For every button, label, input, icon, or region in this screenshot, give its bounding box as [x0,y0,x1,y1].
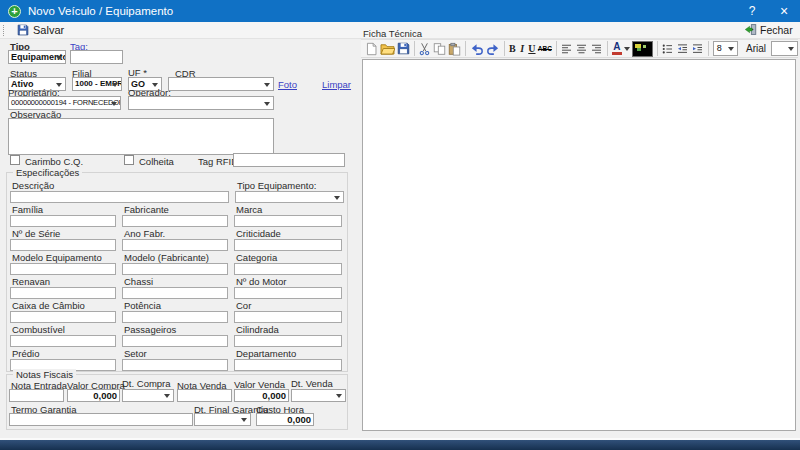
cdr-select[interactable] [168,77,274,91]
cor-input[interactable] [234,311,342,323]
chassi-input[interactable] [122,287,228,299]
window-title: Novo Veículo / Equipamento [28,5,173,17]
paste-button[interactable] [448,41,461,57]
redo-button[interactable] [486,41,500,57]
operador-select[interactable] [128,96,274,110]
numero-serie-input[interactable] [10,239,116,251]
copy-button[interactable] [433,41,446,57]
editor-save-button[interactable] [397,41,410,57]
marca-label: Marca [234,204,342,215]
predio-label: Prédio [10,348,116,359]
strikethrough-icon: ABC [538,45,552,52]
open-button[interactable] [380,41,395,57]
ano-fabr-input[interactable] [122,239,228,251]
fabricante-input[interactable] [122,215,228,227]
carimbo-label: Carimbo C.Q. [25,156,83,167]
valor-venda-input[interactable]: 0,000 [234,389,289,402]
dropdown-arrow-icon [336,394,342,398]
caixa-cambio-label: Caixa de Câmbio [10,300,116,311]
potencia-input[interactable] [122,311,228,323]
limpar-link[interactable]: Limpar [322,79,351,90]
fechar-button[interactable]: Fechar [744,23,793,36]
tipo-select[interactable]: Equipamento [8,50,66,64]
underline-button[interactable]: U [528,41,536,57]
custo-hora-input[interactable]: 0,000 [256,413,314,426]
descricao-input[interactable] [10,191,229,203]
passageiros-input[interactable] [122,335,228,347]
valor-compra-input[interactable]: 0,000 [67,389,120,402]
cilindrada-input[interactable] [234,335,342,347]
strikethrough-button[interactable]: ABC [538,41,552,57]
notas-fiscais-group: Notas Fiscais Nota Entrada Valor Compra … [6,374,348,430]
save-label: Salvar [33,24,64,36]
highlight-button[interactable] [632,41,653,57]
indent-button[interactable] [691,41,704,57]
save-icon [397,42,410,55]
new-document-button[interactable] [365,41,378,57]
criticidade-label: Criticidade [234,228,342,239]
dropdown-arrow-icon [111,102,117,106]
observacao-textarea[interactable] [8,118,274,155]
toolbar-grip [3,25,6,36]
font-name-select[interactable] [771,41,798,56]
departamento-input[interactable] [234,359,342,371]
align-left-button[interactable] [560,41,573,57]
tipo-equipamento-label: Tipo Equipamento: [235,180,344,191]
tag-input[interactable] [70,50,123,64]
departamento-label: Departamento [234,348,342,359]
font-name-label: Arial [746,43,766,54]
combustivel-input[interactable] [10,335,116,347]
especificacoes-group: Especificações Descrição Tipo Equipament… [6,172,348,372]
bullet-list-button[interactable] [661,41,674,57]
align-right-button[interactable] [590,41,603,57]
close-button[interactable]: × [768,0,800,22]
foto-link[interactable]: Foto [278,79,297,90]
chassi-label: Chassi [122,276,228,287]
cut-button[interactable] [418,41,431,57]
modelo-equipamento-input[interactable] [10,263,116,275]
nota-venda-input[interactable] [177,389,232,402]
indent-icon [691,43,704,55]
familia-input[interactable] [10,215,116,227]
renavan-input[interactable] [10,287,116,299]
termo-garantia-input[interactable] [9,413,193,426]
numero-motor-input[interactable] [234,287,342,299]
criticidade-input[interactable] [234,239,342,251]
marca-input[interactable] [234,215,342,227]
setor-input[interactable] [122,359,228,371]
colheita-checkbox[interactable] [124,155,134,165]
dropdown-arrow-icon [264,102,270,106]
font-size-select[interactable]: 8 [713,41,738,56]
renavan-label: Renavan [10,276,116,287]
filial-select[interactable]: 1000 - EMPRI [72,77,122,91]
application-window: + Novo Veículo / Equipamento ? × Salvar … [0,0,800,450]
dropdown-arrow-icon [334,196,340,200]
bullet-list-icon [661,43,674,55]
align-center-button[interactable] [575,41,588,57]
bold-icon: B [509,43,516,54]
proprietario-select[interactable]: 00000000000194 - FORNECEDOR . [8,96,121,110]
carimbo-checkbox[interactable] [10,155,20,165]
dt-final-garantia-select[interactable] [194,413,251,426]
italic-button[interactable]: I [518,41,526,57]
modelo-fabricante-label: Modelo (Fabricante) [122,252,228,263]
tipo-equipamento-select[interactable] [235,191,344,203]
dropdown-arrow-icon [241,418,247,422]
font-color-button[interactable]: A [612,41,630,57]
font-color-bar [612,52,622,55]
ficha-tecnica-editor[interactable] [362,59,796,431]
dt-compra-select[interactable] [122,389,174,402]
caixa-cambio-input[interactable] [10,311,116,323]
nota-entrada-input[interactable] [9,389,64,402]
help-button[interactable]: ? [736,0,768,22]
dt-venda-select[interactable] [291,389,346,402]
bold-button[interactable]: B [508,41,516,57]
modelo-fabricante-input[interactable] [122,263,228,275]
categoria-input[interactable] [234,263,342,275]
undo-button[interactable] [470,41,484,57]
outdent-button[interactable] [676,41,689,57]
tag-rfid-input[interactable] [233,153,345,167]
save-button[interactable]: Salvar [11,24,70,36]
dropdown-arrow-icon [728,47,734,51]
notas-fiscais-legend: Notas Fiscais [13,369,76,380]
